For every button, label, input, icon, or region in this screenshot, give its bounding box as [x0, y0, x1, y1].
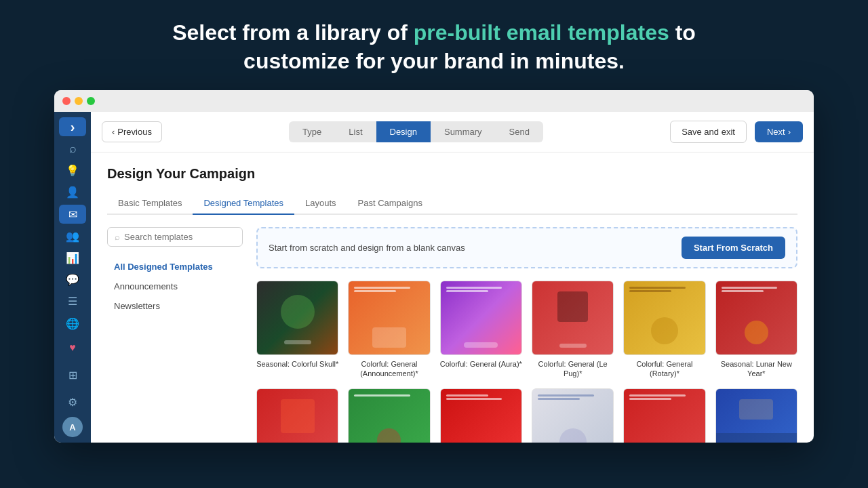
template-card-11[interactable]: Seasonal: Beach*	[715, 388, 797, 443]
filter-list: All Designed Templates Announcements New…	[107, 258, 243, 315]
sidebar-item-messages[interactable]: 💬	[59, 270, 86, 289]
filter-all-designed[interactable]: All Designed Templates	[107, 258, 243, 276]
sidebar: 💡 👤 ✉ 👥 📊 💬 ☰ 🌐	[54, 112, 91, 443]
previous-label: Previous	[117, 127, 152, 137]
search-box[interactable]: ⌕	[107, 227, 243, 247]
template-card-8[interactable]: Security: Password Reset*	[440, 388, 522, 443]
user-icon: 👤	[66, 186, 79, 199]
template-name-4: Colorful: General (Rotary)*	[623, 359, 705, 379]
template-thumb-2	[440, 281, 522, 355]
template-card-4[interactable]: Colorful: General (Rotary)*	[623, 281, 705, 379]
tab-past-campaigns[interactable]: Past Campaigns	[347, 192, 433, 215]
hero-line2: customize for your brand in minutes.	[243, 49, 625, 73]
template-thumb-1	[348, 281, 430, 355]
main-content: ‹ Previous Type List Design Summary Send…	[91, 112, 814, 443]
sidebar-item-contacts[interactable]: 👤	[59, 183, 86, 202]
template-card-2[interactable]: Colorful: General (Aura)*	[440, 281, 522, 379]
template-thumb-4	[623, 281, 705, 355]
template-card-0[interactable]: Seasonal: Colorful Skull*	[256, 281, 338, 379]
tab-layouts[interactable]: Layouts	[294, 192, 347, 215]
sidebar-item-favorites[interactable]: ♥	[59, 336, 86, 360]
steps-nav: Type List Design Summary Send	[289, 121, 543, 142]
sidebar-item-campaigns[interactable]: ✉	[59, 205, 86, 224]
left-panel: ⌕ All Designed Templates Announcements N…	[107, 227, 243, 443]
globe-icon: 🌐	[66, 317, 79, 330]
next-button[interactable]: Next ›	[755, 121, 803, 142]
window-minimize-btn[interactable]	[75, 97, 83, 105]
step-summary[interactable]: Summary	[431, 121, 496, 142]
sidebar-item-analytics[interactable]: 📊	[59, 248, 86, 267]
tab-designed-templates[interactable]: Designed Templates	[193, 192, 294, 215]
template-name-5: Seasonal: Lunar New Year*	[715, 359, 797, 379]
chevron-left-icon: ‹	[112, 127, 115, 137]
search-input[interactable]	[124, 232, 235, 242]
hero-line1-end: to	[669, 20, 696, 45]
template-card-6[interactable]: Seasonal: Colorful*	[256, 388, 338, 443]
filter-newsletters[interactable]: Newsletters	[107, 297, 243, 315]
team-icon: 👥	[66, 230, 79, 243]
template-thumb-11	[715, 388, 797, 443]
sidebar-item-settings[interactable]: ⚙	[59, 390, 86, 414]
template-grid-row1: Seasonal: Colorful Skull*	[256, 281, 797, 379]
window-maximize-btn[interactable]	[87, 97, 95, 105]
step-list[interactable]: List	[335, 121, 376, 142]
template-card-1[interactable]: Colorful: General (Announcement)*	[348, 281, 430, 379]
step-design[interactable]: Design	[376, 121, 431, 142]
scratch-text: Start from scratch and design from a bla…	[269, 243, 465, 253]
template-name-3: Colorful: General (Le Pug)*	[532, 359, 614, 379]
template-card-5[interactable]: Seasonal: Lunar New Year*	[715, 281, 797, 379]
search-icon	[69, 142, 77, 156]
start-from-scratch-button[interactable]: Start From Scratch	[682, 237, 785, 259]
browser-window: 💡 👤 ✉ 👥 📊 💬 ☰ 🌐	[54, 90, 814, 443]
filter-announcements[interactable]: Announcements	[107, 277, 243, 296]
template-thumb-10	[623, 388, 705, 443]
right-panel: Start from scratch and design from a bla…	[256, 227, 797, 443]
grid-icon: ⊞	[68, 369, 77, 382]
avatar[interactable]: A	[62, 417, 83, 437]
template-thumb-8	[440, 388, 522, 443]
browser-chrome	[54, 90, 814, 112]
template-name-1: Colorful: General (Announcement)*	[348, 359, 430, 379]
list-icon: ☰	[68, 295, 77, 308]
browser-body: 💡 👤 ✉ 👥 📊 💬 ☰ 🌐	[54, 112, 814, 443]
bulb-icon: 💡	[66, 164, 79, 177]
template-thumb-3	[532, 281, 614, 355]
template-card-10[interactable]: Colorful: General (Abstract)*	[623, 388, 705, 443]
chart-icon: 📊	[66, 251, 79, 264]
sidebar-item-domains[interactable]: 🌐	[59, 314, 86, 333]
content-area: Design Your Campaign Basic Templates Des…	[91, 152, 814, 443]
hero-section: Select from a library of pre-built email…	[159, 0, 709, 90]
search-input-icon: ⌕	[115, 232, 120, 242]
sidebar-item-audience[interactable]: 👥	[59, 226, 86, 245]
chevron-right-icon	[71, 119, 75, 135]
template-card-7[interactable]: Colorful: Cherry*	[348, 388, 430, 443]
template-card-3[interactable]: Colorful: General (Le Pug)*	[532, 281, 614, 379]
template-grid-row2: Seasonal: Colorful*	[256, 388, 797, 443]
sidebar-item-ideas[interactable]: 💡	[59, 161, 86, 180]
template-thumb-6	[256, 388, 338, 443]
tab-basic-templates[interactable]: Basic Templates	[107, 192, 193, 215]
template-name-0: Seasonal: Colorful Skull*	[256, 359, 338, 369]
next-label: Next	[767, 127, 785, 137]
template-card-9[interactable]: Colorful: General (Rabbit)*	[532, 388, 614, 443]
step-type[interactable]: Type	[289, 121, 335, 142]
chat-icon: 💬	[66, 273, 79, 286]
template-thumb-5	[715, 281, 797, 355]
step-send[interactable]: Send	[496, 121, 543, 142]
template-thumb-7	[348, 388, 430, 443]
template-name-2: Colorful: General (Aura)*	[440, 359, 522, 369]
top-nav: ‹ Previous Type List Design Summary Send…	[91, 112, 814, 152]
template-thumb-0	[256, 281, 338, 355]
previous-button[interactable]: ‹ Previous	[102, 121, 162, 142]
hero-line1-highlight: pre-built email templates	[414, 20, 669, 45]
hero-line1-start: Select from a library of	[172, 20, 414, 45]
two-column-layout: ⌕ All Designed Templates Announcements N…	[107, 227, 797, 443]
window-close-btn[interactable]	[62, 97, 71, 105]
save-exit-button[interactable]: Save and exit	[670, 121, 747, 143]
template-thumb-9	[532, 388, 614, 443]
sidebar-item-lists[interactable]: ☰	[59, 292, 86, 311]
next-chevron-icon: ›	[788, 127, 791, 137]
sidebar-item-apps[interactable]: ⊞	[59, 363, 86, 387]
sidebar-item-search[interactable]	[59, 139, 86, 158]
sidebar-item-nav-toggle[interactable]	[59, 117, 86, 136]
